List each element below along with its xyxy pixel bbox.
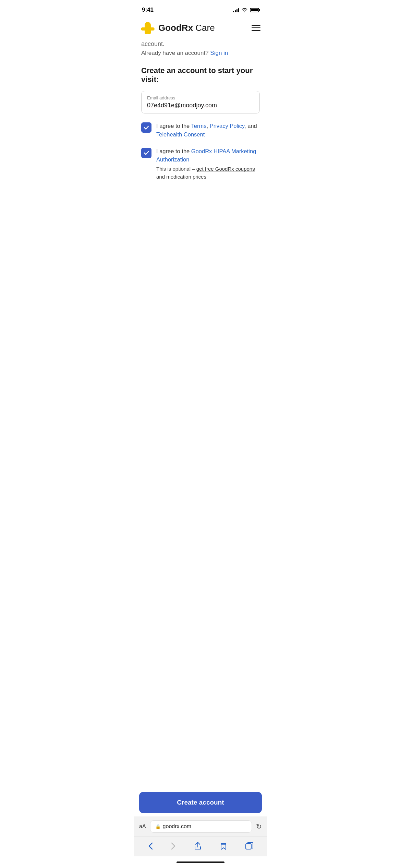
hipaa-checkbox-row: I agree to the GoodRx HIPAA Marketing Au…: [141, 147, 260, 181]
goodrx-logo-icon: [141, 21, 155, 35]
logo: GoodRx Care: [141, 21, 215, 35]
hamburger-menu-icon[interactable]: [252, 25, 260, 31]
privacy-policy-link[interactable]: Privacy Policy: [210, 123, 244, 129]
status-time: 9:41: [142, 7, 154, 13]
terms-checkbox-text: I agree to the Terms, Privacy Policy, an…: [156, 122, 260, 139]
account-partial-text: account.: [141, 40, 260, 48]
email-input-group[interactable]: Email address 07e4d91e@moodjoy.com: [141, 91, 260, 113]
optional-text: This is optional – get free GoodRx coupo…: [156, 165, 260, 181]
email-value: 07e4d91e@moodjoy.com: [147, 102, 254, 109]
hipaa-checkbox-text: I agree to the GoodRx HIPAA Marketing Au…: [156, 147, 260, 181]
email-label: Email address: [147, 95, 254, 100]
status-bar: 9:41: [134, 0, 267, 17]
status-icons: [233, 8, 259, 12]
battery-icon: [250, 8, 259, 12]
header: GoodRx Care: [134, 17, 267, 40]
wifi-icon: [242, 8, 247, 12]
main-content: account. Already have an account? Sign i…: [134, 40, 267, 181]
section-title: Create an account to start your visit:: [141, 66, 260, 84]
logo-text: GoodRx Care: [158, 23, 215, 33]
sign-in-prompt: Already have an account? Sign in: [141, 50, 260, 57]
telehealth-consent-link[interactable]: Telehealth Consent: [156, 131, 205, 137]
sign-in-link[interactable]: Sign in: [210, 50, 228, 56]
hipaa-checkbox[interactable]: [141, 148, 151, 158]
terms-checkbox-row: I agree to the Terms, Privacy Policy, an…: [141, 122, 260, 139]
terms-checkbox[interactable]: [141, 122, 151, 133]
terms-link[interactable]: Terms: [191, 123, 207, 129]
signal-icon: [233, 8, 239, 12]
